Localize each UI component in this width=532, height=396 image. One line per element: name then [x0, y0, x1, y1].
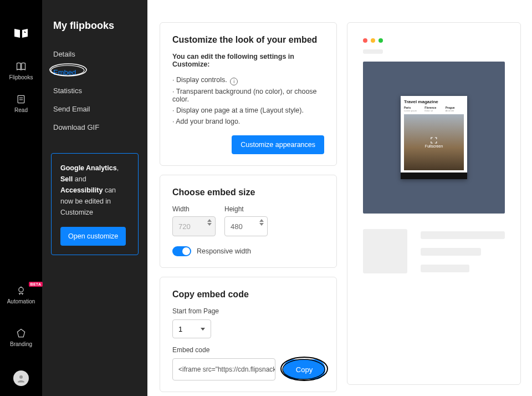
- fullscreen-overlay[interactable]: Fullscreen: [425, 137, 443, 148]
- sidebar-title: My flipbooks: [42, 20, 147, 45]
- card-heading: Customize the look of your embed: [172, 35, 324, 45]
- input-value: 480: [231, 222, 243, 231]
- sidebar-item-details[interactable]: Details: [42, 45, 147, 63]
- sidebar-item-download-gif[interactable]: Download GIF: [42, 118, 147, 136]
- skeleton-block: [363, 229, 505, 273]
- preview-panel: Travel magazine ParisLorem ipsum Florenc…: [347, 22, 521, 385]
- start-page-label: Start from Page: [172, 307, 324, 315]
- svg-point-3: [19, 287, 23, 292]
- width-input[interactable]: 720: [172, 216, 216, 236]
- list-item: Add your brand logo.: [172, 118, 324, 125]
- sidebar-item-embed[interactable]: Embed: [42, 63, 147, 82]
- rail-automation[interactable]: BETA Automation: [7, 285, 35, 304]
- input-value: <iframe src="https://cdn.flipsnack: [178, 365, 275, 373]
- rail-label: Automation: [7, 298, 35, 304]
- list-item: Display controls. i: [172, 76, 324, 84]
- customize-list: Display controls. i Transparent backgrou…: [172, 76, 324, 125]
- rail-branding[interactable]: Branding: [10, 328, 32, 347]
- height-input[interactable]: 480: [224, 216, 268, 236]
- rail-read[interactable]: Read: [14, 94, 28, 113]
- card-subheading: You can edit the following settings in C…: [172, 53, 324, 68]
- height-label: Height: [224, 205, 268, 213]
- list-item: Display one page at a time (Layout style…: [172, 106, 324, 114]
- left-rail: Flipbooks Read BETA Automation Branding: [0, 0, 42, 396]
- preview-hero: Travel magazine ParisLorem ipsum Florenc…: [363, 62, 505, 214]
- customize-card: Customize the look of your embed You can…: [160, 22, 337, 166]
- skeleton-line: [421, 231, 505, 239]
- start-page-select[interactable]: 1: [172, 319, 211, 338]
- embed-code-label: Embed code: [172, 346, 324, 354]
- avatar-icon: [16, 373, 26, 383]
- automation-icon: [16, 285, 27, 296]
- magazine-title: Travel magazine: [404, 99, 464, 104]
- sidebar-item-send-email[interactable]: Send Email: [42, 100, 147, 118]
- skeleton-box: [363, 229, 407, 273]
- svg-rect-0: [18, 95, 24, 103]
- list-item: Transparent background (no color), or ch…: [172, 88, 324, 103]
- read-icon: [16, 94, 27, 105]
- stepper-icon[interactable]: [259, 219, 264, 226]
- width-label: Width: [172, 205, 216, 213]
- card-heading: Choose embed size: [172, 187, 324, 197]
- customize-appearances-button[interactable]: Customize appearances: [232, 135, 324, 154]
- sidebar-item-label: Embed: [53, 68, 76, 77]
- fullscreen-icon: [431, 137, 437, 144]
- rail-label: Flipbooks: [9, 74, 33, 80]
- app-logo: [0, 28, 42, 39]
- svg-point-4: [19, 375, 23, 379]
- responsive-label: Responsive width: [197, 247, 251, 255]
- flipbook-sidebar: My flipbooks Details Embed Statistics Se…: [42, 0, 147, 396]
- magazine-cover[interactable]: Travel magazine ParisLorem ipsum Florenc…: [401, 96, 467, 179]
- beta-badge: BETA: [29, 282, 43, 287]
- flipbooks-icon: [16, 61, 27, 72]
- promo-box: Google Analytics, Sell and Accessibility…: [51, 153, 139, 255]
- card-heading: Copy embed code: [172, 290, 324, 299]
- rail-label: Read: [14, 107, 28, 113]
- rail-flipbooks[interactable]: Flipbooks: [9, 61, 33, 80]
- branding-icon: [16, 328, 27, 339]
- magazine-footer: [401, 172, 467, 179]
- user-avatar[interactable]: [13, 370, 29, 386]
- stepper-icon[interactable]: [207, 219, 212, 226]
- sidebar-item-statistics[interactable]: Statistics: [42, 82, 147, 100]
- copy-button[interactable]: Copy: [283, 359, 325, 379]
- browser-dots-icon: [363, 38, 505, 43]
- skeleton-line: [421, 265, 469, 272]
- magazine-image: Fullscreen: [404, 114, 464, 170]
- skeleton-line: [363, 49, 383, 54]
- size-card: Choose embed size Width 720 Height 480: [160, 175, 337, 268]
- responsive-toggle[interactable]: [172, 246, 191, 256]
- rail-label: Branding: [10, 341, 32, 347]
- info-icon[interactable]: i: [230, 78, 238, 85]
- promo-text: Google Analytics, Sell and Accessibility…: [60, 163, 129, 218]
- select-value: 1: [178, 325, 182, 333]
- input-value: 720: [178, 222, 191, 231]
- main-content: Customize the look of your embed You can…: [147, 0, 532, 396]
- embed-code-input[interactable]: <iframe src="https://cdn.flipsnack: [172, 358, 275, 380]
- skeleton-line: [421, 248, 481, 256]
- embed-code-card: Copy embed code Start from Page 1 Embed …: [160, 277, 337, 392]
- open-customize-button[interactable]: Open customize: [60, 227, 126, 246]
- sidebar-menu: Details Embed Statistics Send Email Down…: [42, 45, 147, 136]
